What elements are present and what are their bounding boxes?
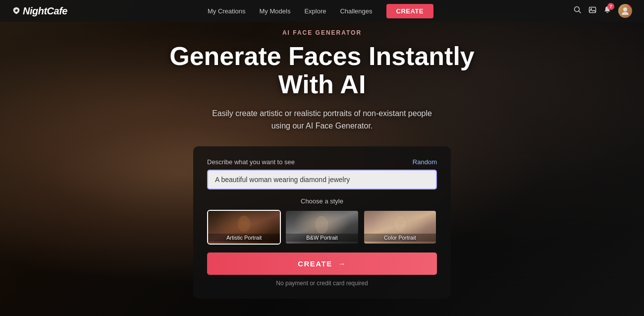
subtitle-tag: AI FACE GENERATOR — [154, 29, 490, 36]
svg-point-1 — [15, 9, 16, 10]
style-card-artistic[interactable]: Artistic Portrait — [207, 210, 281, 245]
style-card-bw[interactable]: B&W Portrait — [285, 210, 359, 245]
nav-my-creations[interactable]: My Creations — [208, 7, 246, 15]
hero-content: AI FACE GENERATOR Generate Faces Instant… — [0, 22, 644, 316]
create-button[interactable]: CREATE → — [207, 253, 437, 275]
image-icon[interactable] — [589, 6, 596, 16]
style-label: Choose a style — [207, 197, 437, 205]
describe-input[interactable] — [207, 170, 437, 190]
describe-label: Describe what you want to see — [207, 158, 295, 166]
style-name-bw: B&W Portrait — [286, 234, 358, 242]
style-grid: Artistic Portrait B&W Portrait — [207, 210, 437, 245]
navbar-icons: 7 5 — [574, 4, 632, 18]
style-name-color: Color Portrait — [364, 234, 436, 242]
search-icon[interactable] — [574, 6, 582, 16]
nav-create-button[interactable]: CREATE — [386, 4, 433, 18]
svg-point-16 — [395, 215, 405, 225]
bell-icon[interactable]: 7 — [603, 6, 611, 16]
nav-explore[interactable]: Explore — [304, 7, 326, 15]
describe-label-row: Describe what you want to see Random — [207, 158, 437, 166]
no-payment-text: No payment or credit card required — [207, 280, 437, 287]
hero-inner: AI FACE GENERATOR Generate Faces Instant… — [154, 29, 490, 299]
svg-point-6 — [623, 7, 627, 11]
bell-badge: 7 — [607, 3, 614, 10]
hero-title: Generate Faces Instantly With AI — [154, 42, 490, 99]
create-arrow-icon: → — [338, 259, 346, 268]
form-area: Describe what you want to see Random Cho… — [193, 146, 451, 299]
navbar-nav: My Creations My Models Explore Challenge… — [208, 4, 433, 18]
hero-description: Easily create artistic or realistic port… — [154, 107, 490, 132]
navbar: NightCafe My Creations My Models Explore… — [0, 0, 644, 22]
svg-point-8 — [239, 215, 249, 225]
hero-desc-line2: using our AI Face Generator. — [271, 122, 373, 130]
style-name-artistic: Artistic Portrait — [208, 234, 280, 242]
logo-icon — [12, 6, 21, 15]
random-link[interactable]: Random — [413, 158, 437, 166]
user-avatar[interactable]: 5 — [618, 4, 632, 18]
hero-desc-line1: Easily create artistic or realistic port… — [212, 109, 432, 118]
logo[interactable]: NightCafe — [12, 5, 67, 17]
svg-line-3 — [579, 11, 581, 13]
logo-text: NightCafe — [23, 5, 67, 17]
nav-challenges[interactable]: Challenges — [340, 7, 372, 15]
style-card-color[interactable]: Color Portrait — [363, 210, 437, 245]
svg-point-12 — [317, 216, 327, 226]
nav-my-models[interactable]: My Models — [260, 7, 291, 15]
